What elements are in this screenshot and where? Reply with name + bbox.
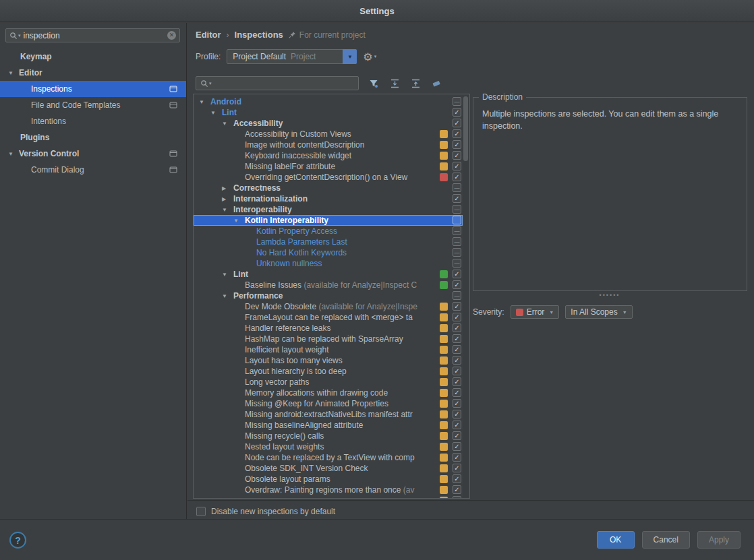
inspection-checkbox[interactable]: — (453, 183, 461, 192)
inspection-checkbox[interactable]: ✓ (453, 129, 461, 138)
inspection-checkbox[interactable]: ✓ (453, 280, 461, 289)
severity-combo[interactable]: Error ▼ (511, 305, 560, 319)
inspection-checkbox[interactable]: — (453, 248, 461, 257)
inspection-checkbox[interactable]: ✓ (453, 119, 461, 127)
tree-row-missing-labelfor-attribute[interactable]: Missing labelFor attribute✓ (194, 161, 463, 172)
inspection-checkbox[interactable]: ✓ (453, 367, 461, 375)
collapse-all-icon[interactable] (409, 78, 422, 89)
sidebar-item-version-control[interactable]: ▼Version Control (0, 146, 186, 162)
tree-row-layout-hierarchy-is-too-deep[interactable]: Layout hierarchy is too deep✓ (194, 366, 463, 377)
expander-icon[interactable]: ▼ (210, 110, 222, 116)
tree-row-no-hard-kotlin-keywords[interactable]: No Hard Kotlin Keywords— (194, 247, 463, 258)
scope-combo[interactable]: In All Scopes ▼ (565, 305, 632, 319)
sidebar-search-field[interactable]: ▾ ✕ (5, 28, 180, 42)
tree-row-framelayout-can-be-replaced-with-merge-ta[interactable]: FrameLayout can be replaced with <merge>… (194, 312, 463, 323)
help-icon[interactable]: ? (9, 532, 26, 549)
sidebar-item-intentions[interactable]: Intentions (0, 113, 186, 129)
expand-all-icon[interactable] (388, 78, 401, 89)
inspection-checkbox[interactable] (453, 216, 461, 224)
tree-row-missing-keep-for-animated-properties[interactable]: Missing @Keep for Animated Properties✓ (194, 398, 463, 409)
clear-search-icon[interactable]: ✕ (167, 31, 176, 40)
expander-icon[interactable]: ▼ (8, 70, 19, 76)
inspection-checkbox[interactable]: ✓ (453, 334, 461, 343)
tree-row-layout-has-too-many-views[interactable]: Layout has too many views✓ (194, 355, 463, 366)
inspection-checkbox[interactable]: — (453, 205, 461, 214)
expander-icon[interactable]: ▼ (222, 293, 233, 299)
scrollbar-thumb[interactable] (463, 96, 468, 161)
tree-row-node-can-be-replaced-by-a-textview-with-comp[interactable]: Node can be replaced by a TextView with … (194, 452, 463, 463)
inspection-checkbox[interactable]: — (453, 226, 461, 235)
tree-row-long-vector-paths[interactable]: Long vector paths✓ (194, 377, 463, 387)
inspection-checkbox[interactable]: ✓ (453, 323, 461, 332)
expander-icon[interactable]: ▶ (222, 196, 233, 202)
tree-row-internationalization[interactable]: ▶Internationalization✓ (194, 193, 463, 204)
tree-row-interoperability[interactable]: ▼Interoperability— (194, 204, 463, 215)
tree-row-performance[interactable]: ▼Performance— (194, 290, 463, 301)
tree-row-android[interactable]: ▼Android— (194, 96, 463, 107)
tree-row-kotlin-interoperability[interactable]: ▼Kotlin Interoperability (194, 215, 463, 226)
settings-search-input[interactable] (21, 31, 167, 40)
tree-scrollbar[interactable] (463, 95, 469, 497)
combo-dropdown-icon[interactable]: ▼ (343, 49, 357, 64)
tree-search-field[interactable]: ▾ (196, 76, 359, 90)
filter-icon[interactable] (368, 78, 380, 89)
tree-row-lint[interactable]: ▼Lint✓ (194, 107, 463, 118)
inspection-checkbox[interactable]: ✓ (453, 108, 461, 117)
tree-row-nested-layout-weights[interactable]: Nested layout weights✓ (194, 441, 463, 452)
expander-icon[interactable]: ▶ (222, 185, 233, 191)
tree-row-unknown-nullness[interactable]: Unknown nullness— (194, 258, 463, 269)
expander-icon[interactable]: ▼ (222, 207, 233, 213)
sidebar-item-file-and-code-templates[interactable]: File and Code Templates (0, 97, 186, 113)
search-options-chevron-icon[interactable]: ▾ (209, 81, 212, 86)
tree-row-kotlin-property-access[interactable]: Kotlin Property Access— (194, 226, 463, 237)
breadcrumb-editor[interactable]: Editor (196, 30, 221, 40)
reset-filter-icon[interactable] (430, 78, 442, 89)
inspection-checkbox[interactable]: ✓ (453, 377, 461, 386)
inspection-checkbox[interactable]: ✓ (453, 399, 461, 408)
cancel-button[interactable]: Cancel (642, 531, 690, 549)
inspection-checkbox[interactable]: ✓ (453, 442, 461, 451)
inspection-checkbox[interactable]: — (453, 237, 461, 246)
expander-icon[interactable]: ▼ (222, 121, 233, 127)
expander-icon[interactable]: ▼ (8, 151, 19, 157)
tree-search-input[interactable] (214, 79, 354, 88)
disable-new-checkbox[interactable] (196, 507, 206, 516)
tree-row-correctness[interactable]: ▶Correctness— (194, 183, 463, 193)
expander-icon[interactable]: ▼ (233, 218, 245, 224)
splitter-handle[interactable]: •••••• (589, 292, 630, 299)
ok-button[interactable]: OK (597, 531, 635, 549)
inspection-checkbox[interactable]: ✓ (453, 173, 461, 181)
disable-new-option[interactable]: Disable new inspections by default (196, 503, 335, 520)
tree-row-image-without-contentdescription[interactable]: Image without contentDescription✓ (194, 139, 463, 150)
inspection-checkbox[interactable]: ✓ (453, 453, 461, 462)
sidebar-item-inspections[interactable]: Inspections (0, 81, 186, 97)
tree-row-hashmap-can-be-replaced-with-sparsearray[interactable]: HashMap can be replaced with SparseArray… (194, 334, 463, 344)
tree-row-accessibility-in-custom-views[interactable]: Accessibility in Custom Views✓ (194, 129, 463, 139)
inspection-checkbox[interactable]: ✓ (453, 496, 461, 499)
sidebar-item-keymap[interactable]: Keymap (0, 49, 186, 65)
expander-icon[interactable]: ▼ (199, 99, 210, 105)
tree-row-lambda-parameters-last[interactable]: Lambda Parameters Last— (194, 237, 463, 247)
tree-row-overdraw-painting-regions-more-than-once[interactable]: Overdraw: Painting regions more than onc… (194, 485, 463, 495)
sidebar-item-plugins[interactable]: Plugins (0, 129, 186, 146)
tree-row-item[interactable]: ✓ (194, 495, 463, 499)
inspection-checkbox[interactable]: ✓ (453, 313, 461, 321)
tree-row-dev-mode-obsolete[interactable]: Dev Mode Obsolete (available for Analyze… (194, 301, 463, 312)
inspection-checkbox[interactable]: ✓ (453, 474, 461, 483)
inspection-checkbox[interactable]: ✓ (453, 485, 461, 494)
inspection-checkbox[interactable]: ✓ (453, 410, 461, 418)
tree-row-missing-baselinealigned-attribute[interactable]: Missing baselineAligned attribute✓ (194, 420, 463, 431)
tree-row-obsolete-sdk-int-version-check[interactable]: Obsolete SDK_INT Version Check✓ (194, 463, 463, 474)
tree-row-missing-recycle-calls[interactable]: Missing recycle() calls✓ (194, 431, 463, 441)
inspection-checkbox[interactable]: — (453, 291, 461, 300)
inspection-checkbox[interactable]: ✓ (453, 162, 461, 170)
inspection-checkbox[interactable]: ✓ (453, 302, 461, 311)
sidebar-item-editor[interactable]: ▼Editor (0, 65, 186, 81)
profile-combo[interactable]: Project Default Project ▼ (227, 49, 357, 64)
inspection-checkbox[interactable]: ✓ (453, 345, 461, 354)
inspection-checkbox[interactable]: ✓ (453, 140, 461, 149)
tree-row-overriding-getcontentdescription-on-a-view[interactable]: Overriding getContentDescription() on a … (194, 172, 463, 183)
inspection-checkbox[interactable]: ✓ (453, 194, 461, 203)
tree-row-missing-android-extractnativelibs-manifest-attr[interactable]: Missing android:extractNativeLibs manife… (194, 409, 463, 420)
inspection-checkbox[interactable]: ✓ (453, 431, 461, 440)
